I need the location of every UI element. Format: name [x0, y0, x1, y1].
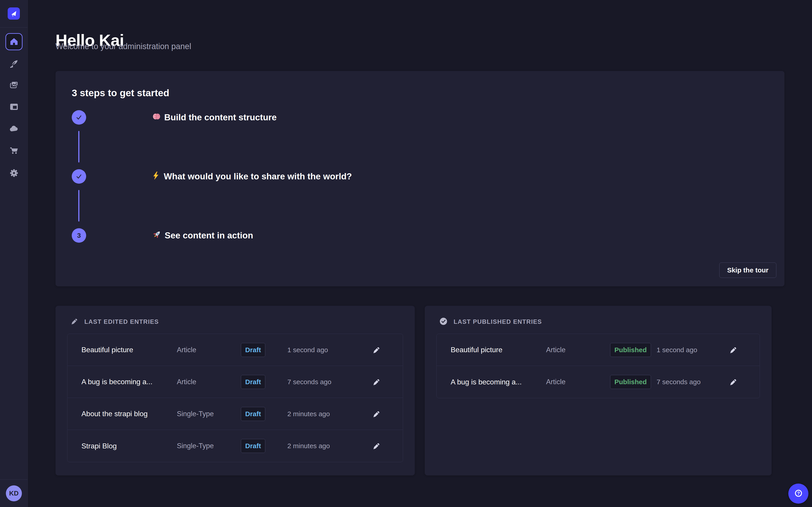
check-circle-icon	[440, 318, 447, 326]
brain-emoji	[152, 112, 161, 123]
last-published-title: LAST PUBLISHED ENTRIES	[454, 319, 542, 325]
gear-icon	[9, 168, 19, 178]
status-badge: Draft	[241, 375, 265, 389]
edit-entry-button[interactable]	[728, 345, 738, 355]
last-edited-card: LAST EDITED ENTRIES Beautiful picture Ar…	[55, 306, 415, 475]
rocket-emoji	[152, 230, 161, 241]
onboarding-title: 3 steps to get started	[72, 87, 169, 99]
edit-entry-button[interactable]	[371, 441, 381, 451]
entry-time: 1 second ago	[287, 346, 371, 354]
user-avatar[interactable]: KD	[6, 485, 22, 501]
step-connector	[78, 190, 80, 222]
table-row[interactable]: About the strapi blog Single-Type Draft …	[67, 398, 403, 430]
step-3-number-circle: 3	[72, 228, 86, 243]
status-badge: Published	[610, 343, 651, 357]
check-icon	[75, 173, 82, 180]
table-row[interactable]: A bug is becoming a... Article Published…	[437, 366, 760, 398]
pencil-icon	[729, 346, 737, 354]
entry-type: Article	[546, 378, 610, 386]
admin-dashboard: KD Hello Kai Welcome to your administrat…	[0, 0, 812, 507]
status-badge: Published	[610, 375, 651, 389]
pencil-icon	[372, 442, 380, 450]
home-icon	[10, 37, 18, 46]
question-circle-icon: ?	[793, 488, 804, 499]
sidebar-divider	[0, 480, 28, 480]
cart-icon	[9, 146, 19, 156]
sidebar: KD	[0, 0, 28, 507]
check-icon	[75, 114, 82, 121]
feather-icon	[9, 59, 19, 69]
entry-type: Single-Type	[177, 410, 241, 418]
table-row[interactable]: Beautiful picture Article Published 1 se…	[437, 334, 760, 366]
strapi-logo[interactable]	[8, 7, 20, 19]
table-row[interactable]: Strapi Blog Single-Type Draft 2 minutes …	[67, 430, 403, 462]
page-subtitle: Welcome to your administration panel	[55, 42, 191, 51]
sidebar-item-content-manager[interactable]	[5, 55, 22, 72]
last-edited-header: LAST EDITED ENTRIES	[70, 318, 159, 326]
entry-time: 1 second ago	[657, 346, 728, 354]
edit-entry-button[interactable]	[371, 377, 381, 387]
entry-type: Article	[177, 346, 241, 354]
avatar-initials: KD	[9, 490, 19, 497]
status-badge: Draft	[241, 439, 265, 453]
status-badge: Draft	[241, 407, 265, 421]
lightning-emoji	[152, 171, 161, 182]
table-row[interactable]: Beautiful picture Article Draft 1 second…	[67, 334, 403, 366]
onboarding-card: 3 steps to get started Build the content…	[55, 71, 784, 286]
entry-time: 7 seconds ago	[657, 378, 728, 386]
svg-text:?: ?	[797, 491, 800, 496]
sidebar-item-marketplace[interactable]	[5, 143, 22, 160]
sidebar-item-content-type-builder[interactable]	[5, 99, 22, 116]
last-edited-title: LAST EDITED ENTRIES	[84, 319, 159, 325]
pencil-icon	[372, 346, 380, 354]
cloud-icon	[9, 124, 19, 135]
pencil-icon	[372, 410, 380, 418]
entry-time: 2 minutes ago	[287, 410, 371, 418]
entry-title: A bug is becoming a...	[451, 378, 546, 386]
entry-title: Beautiful picture	[82, 346, 177, 354]
sidebar-item-deploy[interactable]	[5, 121, 22, 138]
sidebar-item-settings[interactable]	[5, 165, 22, 182]
entry-time: 7 seconds ago	[287, 378, 371, 386]
pencil-icon	[372, 378, 380, 386]
last-published-card: LAST PUBLISHED ENTRIES Beautiful picture…	[425, 306, 772, 475]
entry-title: A bug is becoming a...	[82, 378, 177, 386]
step-2-label: What would you like to share with the wo…	[152, 169, 352, 184]
skip-tour-button[interactable]: Skip the tour	[719, 263, 776, 278]
logo-section	[0, 0, 28, 27]
edit-entry-button[interactable]	[371, 409, 381, 419]
help-button[interactable]: ?	[788, 484, 808, 504]
step-3-label: See content in action	[152, 228, 253, 243]
entry-type: Article	[177, 378, 241, 386]
last-published-header: LAST PUBLISHED ENTRIES	[440, 318, 542, 326]
entry-time: 2 minutes ago	[287, 442, 371, 450]
entry-title: About the strapi blog	[82, 410, 177, 418]
table-row[interactable]: A bug is becoming a... Article Draft 7 s…	[67, 366, 403, 398]
step-1-check-circle	[72, 110, 86, 125]
pencil-icon	[729, 378, 737, 386]
step-connector	[78, 131, 80, 163]
last-published-table: Beautiful picture Article Published 1 se…	[437, 334, 760, 398]
layout-icon	[9, 102, 19, 112]
edit-entry-button[interactable]	[728, 377, 738, 387]
step-1-label: Build the content structure	[152, 110, 276, 125]
entry-title: Strapi Blog	[82, 442, 177, 450]
entry-title: Beautiful picture	[451, 346, 546, 354]
edit-entry-button[interactable]	[371, 345, 381, 355]
step-2-check-circle	[72, 169, 86, 184]
entry-type: Single-Type	[177, 442, 241, 450]
sidebar-item-media-library[interactable]	[5, 77, 22, 94]
status-badge: Draft	[241, 343, 265, 357]
sidebar-item-home[interactable]	[5, 33, 22, 50]
entry-type: Article	[546, 346, 610, 354]
last-edited-table: Beautiful picture Article Draft 1 second…	[67, 334, 403, 462]
pencil-icon	[70, 318, 78, 326]
pictures-icon	[9, 80, 19, 91]
